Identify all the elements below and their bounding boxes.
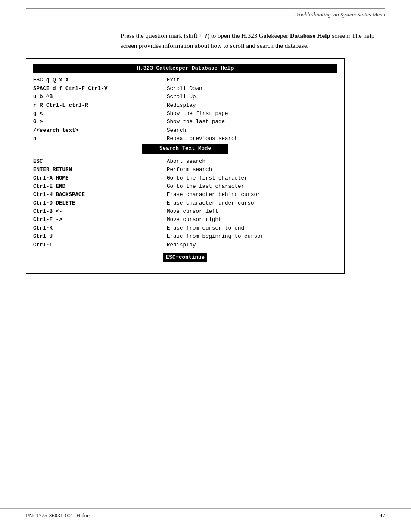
blank-spacer3 bbox=[33, 264, 337, 266]
blank-spacer2 bbox=[33, 249, 337, 252]
table-row: n Repeat previous search bbox=[33, 135, 337, 143]
desc-n: Repeat previous search bbox=[167, 135, 337, 143]
key-ctrla: Ctrl-A HOME bbox=[33, 174, 167, 183]
table-row: Ctrl-E END Go to the last character bbox=[33, 183, 337, 191]
terminal-title: H.323 Gatekeeper Database Help bbox=[33, 64, 337, 73]
key-ctrlb: Ctrl-B <- bbox=[33, 208, 167, 216]
desc-esc: Exit bbox=[167, 76, 337, 84]
page: Troubleshooting via System Status Menu P… bbox=[0, 0, 411, 532]
footer-page: 47 bbox=[380, 512, 385, 519]
desc-enter: Perform search bbox=[167, 166, 337, 174]
table-row: Ctrl-F -> Move cursor right bbox=[33, 216, 337, 224]
desc-r: Redisplay bbox=[167, 102, 337, 110]
header-rule bbox=[26, 8, 385, 9]
table-row: ESC q Q x X Exit bbox=[33, 76, 337, 84]
desc-space: Scroll Down bbox=[167, 85, 337, 93]
table-row: ENTER RETURN Perform search bbox=[33, 166, 337, 174]
footer-pn: PN: 1725-36031-001_H.doc bbox=[26, 512, 90, 519]
key-ctrll: Ctrl-L bbox=[33, 241, 167, 249]
desc-ctrlk: Erase from cursor to end bbox=[167, 224, 337, 233]
intro-text1: Press the question mark (shift + ?) to o… bbox=[121, 32, 290, 39]
desc-esc2: Abort search bbox=[167, 158, 337, 166]
table-row: r R Ctrl-L ctrl-R Redisplay bbox=[33, 102, 337, 110]
terminal-title-row: H.323 Gatekeeper Database Help bbox=[33, 64, 337, 75]
key-n: n bbox=[33, 135, 167, 143]
key-space: SPACE d f Ctrl-F Ctrl-V bbox=[33, 85, 167, 93]
header-section: Troubleshooting via System Status Menu bbox=[0, 0, 411, 18]
table-row: G > Show the last page bbox=[33, 118, 337, 126]
key-G: G > bbox=[33, 118, 167, 126]
table-row: g < Show the first page bbox=[33, 110, 337, 118]
key-ctrle: Ctrl-E END bbox=[33, 183, 167, 191]
desc-ctrld: Erase character under cursor bbox=[167, 199, 337, 208]
desc-u: Scroll Up bbox=[167, 93, 337, 101]
table-row: ESC Abort search bbox=[33, 158, 337, 166]
key-ctrlk: Ctrl-K bbox=[33, 224, 167, 233]
table-row: Ctrl-H BACKSPACE Erase character behind … bbox=[33, 191, 337, 199]
key-ctrlh: Ctrl-H BACKSPACE bbox=[33, 191, 167, 199]
desc-ctrlb: Move cursor left bbox=[167, 208, 337, 216]
key-ctrld: Ctrl-D DELETE bbox=[33, 199, 167, 208]
intro-paragraph: Press the question mark (shift + ?) to o… bbox=[121, 31, 385, 50]
esc-continue-row: ESC=continue bbox=[33, 253, 337, 262]
key-search: /<search text> bbox=[33, 127, 167, 135]
section2-title: Search Text Mode bbox=[142, 144, 228, 153]
table-row: Ctrl-A HOME Go to the first character bbox=[33, 174, 337, 183]
table-row: Ctrl-U Erase from beginning to cursor bbox=[33, 233, 337, 241]
main-content: Press the question mark (shift + ?) to o… bbox=[0, 18, 411, 274]
desc-g: Show the first page bbox=[167, 110, 337, 118]
key-ctrlu: Ctrl-U bbox=[33, 233, 167, 241]
section2-title-row: Search Text Mode bbox=[33, 144, 337, 153]
desc-ctrlu: Erase from beginning to cursor bbox=[167, 233, 337, 241]
key-esc2: ESC bbox=[33, 158, 167, 166]
terminal-box: H.323 Gatekeeper Database Help ESC q Q x… bbox=[26, 58, 345, 274]
footer: PN: 1725-36031-001_H.doc 47 bbox=[0, 508, 411, 519]
key-esc: ESC q Q x X bbox=[33, 76, 167, 84]
key-r: r R Ctrl-L ctrl-R bbox=[33, 102, 167, 110]
key-ctrlf: Ctrl-F -> bbox=[33, 216, 167, 224]
key-g: g < bbox=[33, 110, 167, 118]
table-row: Ctrl-D DELETE Erase character under curs… bbox=[33, 199, 337, 208]
desc-ctrla: Go to the first character bbox=[167, 174, 337, 183]
table-row: SPACE d f Ctrl-F Ctrl-V Scroll Down bbox=[33, 85, 337, 93]
desc-search: Search bbox=[167, 127, 337, 135]
table-row: Ctrl-K Erase from cursor to end bbox=[33, 224, 337, 233]
desc-ctrlh: Erase character behind cursor bbox=[167, 191, 337, 199]
header-title: Troubleshooting via System Status Menu bbox=[26, 9, 385, 18]
table-row: u b ^B Scroll Up bbox=[33, 93, 337, 101]
table-row: Ctrl-L Redisplay bbox=[33, 241, 337, 249]
key-u: u b ^B bbox=[33, 93, 167, 101]
desc-G: Show the last page bbox=[167, 118, 337, 126]
esc-continue: ESC=continue bbox=[163, 253, 207, 262]
desc-ctrll: Redisplay bbox=[167, 241, 337, 249]
key-enter: ENTER RETURN bbox=[33, 166, 167, 174]
desc-ctrlf: Move cursor right bbox=[167, 216, 337, 224]
desc-ctrle: Go to the last character bbox=[167, 183, 337, 191]
table-row: /<search text> Search bbox=[33, 127, 337, 135]
table-row: Ctrl-B <- Move cursor left bbox=[33, 208, 337, 216]
intro-bold: Database Help bbox=[290, 32, 330, 39]
